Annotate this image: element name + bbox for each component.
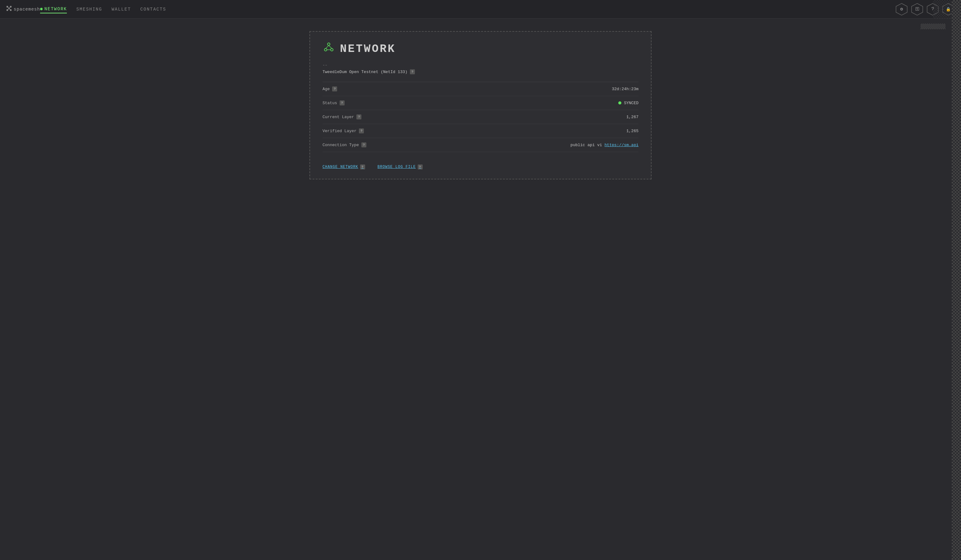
svg-rect-2 [6,6,8,8]
nav-link-contacts[interactable]: CONTACTS [140,6,166,13]
debug-button[interactable]: ⚿ [911,3,924,16]
svg-point-11 [325,48,327,51]
nav-icon-buttons: ⚙ ⚿ ? 🔒 [895,3,955,16]
logo-icon [6,6,12,13]
change-network-link[interactable]: CHANGE NETWORK ? [323,164,365,170]
nav-link-wallet[interactable]: WALLET [112,6,131,13]
connection-type-value: public api vi https://sm.api [570,143,638,148]
network-panel-icon [323,41,335,56]
network-status-dot [40,8,43,10]
verified-layer-value: 1,265 [626,129,638,133]
connection-type-info-badge[interactable]: ? [362,143,366,148]
panel-title: NETWORK [340,43,395,55]
settings-icon: ⚙ [900,6,903,12]
verified-layer-row: Verified Layer ? 1,265 [323,124,638,138]
age-label: Age ? [323,87,337,91]
status-label: Status ? [323,100,345,106]
browse-log-info-badge[interactable]: ? [418,164,423,170]
panel-footer: CHANGE NETWORK ? BROWSE LOG FILE ? [323,164,638,170]
debug-icon: ⚿ [915,7,919,11]
age-info-badge[interactable]: ? [332,87,337,91]
settings-button[interactable]: ⚙ [895,3,908,16]
logo-text: spacemesh [14,7,40,12]
svg-point-12 [331,48,333,51]
nav-link-network[interactable]: NETWORK [40,5,67,13]
nav-links: NETWORK SMESHING WALLET CONTACTS [40,5,895,13]
verified-layer-label: Verified Layer ? [323,128,364,133]
help-icon: ? [931,6,934,12]
connection-api-link[interactable]: https://sm.api [604,143,638,148]
age-value: 32d:24h:23m [612,87,638,91]
current-layer-label: Current Layer ? [323,114,362,119]
navbar: spacemesh NETWORK SMESHING WALLET CONTAC… [0,0,961,19]
network-panel: NETWORK -- TweedleDum Open Testnet (NetI… [309,31,652,180]
connection-type-row: Connection Type ? public api vi https://… [323,138,638,152]
status-indicator-dot [618,101,621,104]
current-layer-value: 1,267 [626,115,638,119]
change-network-info-badge[interactable]: ? [360,164,365,170]
browse-log-link[interactable]: BROWSE LOG FILE ? [378,164,423,170]
main-content: NETWORK -- TweedleDum Open Testnet (NetI… [0,19,961,560]
panel-subtitle: -- [323,63,638,67]
lock-icon: 🔒 [946,7,951,12]
data-rows: Age ? 32d:24h:23m Status ? SYNCED [323,82,638,152]
help-button[interactable]: ? [926,3,939,16]
connection-type-label: Connection Type ? [323,143,366,148]
svg-rect-3 [10,6,11,8]
network-name-info-badge[interactable]: ? [410,69,415,74]
panel-header: NETWORK [323,41,638,56]
age-row: Age ? 32d:24h:23m [323,82,638,96]
checker-right-decoration [952,0,961,560]
current-layer-row: Current Layer ? 1,267 [323,110,638,124]
status-row: Status ? SYNCED [323,96,638,110]
mini-checker-deco [921,24,945,29]
panel-network-name: TweedleDum Open Testnet (NetId 133) ? [323,69,638,74]
svg-line-13 [326,45,329,48]
svg-rect-4 [6,9,8,11]
svg-point-10 [328,43,330,45]
status-info-badge[interactable]: ? [340,100,345,106]
app-logo: spacemesh [6,6,40,13]
svg-rect-5 [10,9,11,11]
svg-line-14 [329,45,332,48]
verified-layer-info-badge[interactable]: ? [359,128,364,133]
status-value: SYNCED [618,101,638,106]
current-layer-info-badge[interactable]: ? [357,114,362,119]
nav-link-smeshing[interactable]: SMESHING [76,6,102,13]
